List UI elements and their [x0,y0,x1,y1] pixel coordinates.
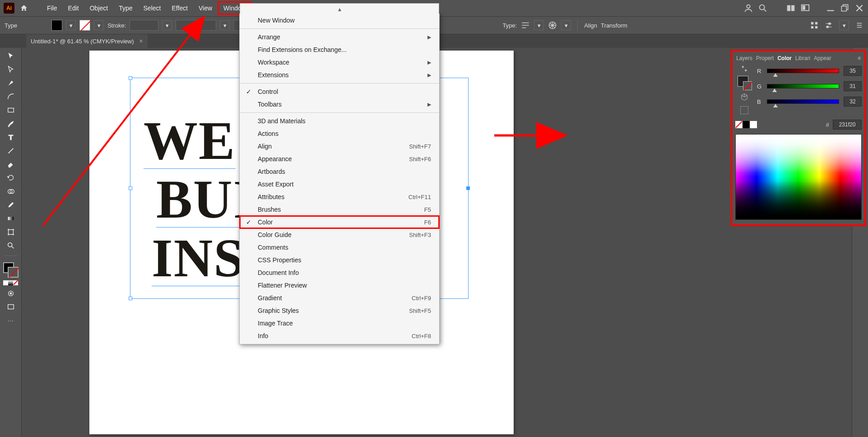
document-tab[interactable]: Untitled-1* @ 61.45 % (CMYK/Preview) × [26,34,148,48]
menu-item-flattener-preview[interactable]: Flattener Preview [240,279,439,292]
shape-builder-tool[interactable] [4,186,18,197]
panel-tab-layers[interactable]: Layers [736,55,752,61]
cube-icon[interactable] [740,93,748,102]
restore-icon[interactable] [840,3,850,13]
panel-fill-stroke-swatch[interactable] [738,76,751,89]
menu-item-color-guide[interactable]: Color GuideShift+F3 [240,228,439,241]
fill-dropdown[interactable]: ▾ [66,20,76,30]
pref-icon[interactable] [825,21,833,29]
menu-item-info[interactable]: InfoCtrl+F8 [240,330,439,342]
list-icon[interactable] [855,21,863,29]
menu-item-attributes[interactable]: AttributesCtrl+F11 [240,191,439,203]
menu-item-control[interactable]: ✓Control [240,85,439,98]
direct-selection-tool[interactable] [4,64,18,75]
stroke-weight-dd[interactable]: ▾ [162,20,172,30]
menu-item-document-info[interactable]: Document Info [240,266,439,279]
panel-tab-appear[interactable]: Appear [814,55,831,61]
menu-edit[interactable]: Edit [63,2,84,14]
paragraph-dd[interactable]: ▾ [534,20,544,30]
fill-stroke-swatch[interactable] [3,262,19,278]
menu-item-color[interactable]: ✓ColorF6 [240,216,439,228]
color-mode-row[interactable] [3,280,18,285]
arrange-docs-icon[interactable] [786,3,796,13]
b-slider[interactable] [767,99,839,104]
menu-item-comments[interactable]: Comments [240,241,439,254]
none-black-white-swatches[interactable] [735,121,757,128]
align-label[interactable]: Align [584,22,597,29]
paintbrush-tool[interactable] [4,118,18,129]
selection-tool[interactable] [4,51,18,61]
r-slider[interactable] [767,69,839,73]
menu-file[interactable]: File [42,2,63,14]
g-value[interactable]: 31 [844,81,862,91]
panel-tab-librari[interactable]: Librari [795,55,810,61]
edit-toolbar[interactable]: ⋯ [4,315,18,326]
panel-menu-icon[interactable]: ≡ [858,55,861,61]
panel-tab-propert[interactable]: Propert [756,55,774,61]
draw-mode-tool[interactable] [4,288,18,299]
gradient-tool[interactable] [4,213,18,224]
snap-icon[interactable] [810,21,818,29]
grid-dd[interactable]: ▾ [561,20,571,30]
menu-type[interactable]: Type [113,2,138,14]
swap-swatches-icon[interactable] [741,65,748,72]
panel-tab-color[interactable]: Color [777,55,791,61]
menu-object[interactable]: Object [84,2,113,14]
menu-item-brushes[interactable]: BrushesF5 [240,203,439,216]
menu-item-gradient[interactable]: GradientCtrl+F9 [240,292,439,304]
menu-item-image-trace[interactable]: Image Trace [240,317,439,330]
menu-item-align[interactable]: AlignShift+F7 [240,140,439,153]
pref-dd[interactable]: ▾ [839,20,849,30]
menu-view[interactable]: View [193,2,218,14]
menu-item-extensions[interactable]: Extensions▶ [240,69,439,81]
menu-item-arrange[interactable]: Arrange▶ [240,31,439,43]
menu-item-appearance[interactable]: AppearanceShift+F6 [240,153,439,165]
curvature-tool[interactable] [4,91,18,102]
stroke-dropdown[interactable]: ▾ [94,20,104,30]
artboard-tool[interactable] [4,227,18,237]
pen-tool[interactable] [4,78,18,88]
hex-value[interactable]: 231f20 [833,120,862,130]
menu-item-artboards[interactable]: Artboards [240,165,439,178]
close-icon[interactable] [854,3,864,13]
menu-item-asset-export[interactable]: Asset Export [240,178,439,191]
menu-item-css-properties[interactable]: CSS Properties [240,254,439,266]
minimize-icon[interactable] [826,3,836,13]
stroke-swatch[interactable] [79,20,90,31]
brush-select[interactable] [176,20,216,31]
menu-item-workspace[interactable]: Workspace▶ [240,56,439,69]
b-value[interactable]: 32 [844,97,862,107]
stroke-weight-select[interactable] [130,20,158,31]
menu-item-actions[interactable]: Actions [240,127,439,140]
workspace-icon[interactable] [800,3,810,13]
grid-icon[interactable] [548,20,557,30]
type-tool[interactable] [4,132,18,143]
fill-swatch[interactable] [51,20,62,31]
home-icon[interactable] [20,4,28,12]
rectangle-tool[interactable] [4,105,18,116]
menu-item-graphic-styles[interactable]: Graphic StylesShift+F5 [240,304,439,317]
color-spectrum[interactable] [735,134,862,220]
menu-item-new-window[interactable]: New Window [240,14,439,27]
eraser-tool[interactable] [4,159,18,170]
menu-effect[interactable]: Effect [166,2,193,14]
menu-item-find-extensions-on-exchange-[interactable]: Find Extensions on Exchange... [240,43,439,56]
brush-dd[interactable]: ▾ [220,20,230,30]
user-icon[interactable] [743,3,753,13]
search-icon[interactable] [758,3,768,13]
text-object[interactable]: WE BUI INS [144,114,255,285]
g-slider[interactable] [767,84,839,88]
menu-item-3d-and-materials[interactable]: 3D and Materials [240,115,439,127]
menu-scroll-up-icon[interactable]: ▴ [240,3,439,14]
menu-item-toolbars[interactable]: Toolbars▶ [240,98,439,111]
menu-select[interactable]: Select [138,2,167,14]
screen-mode-tool[interactable] [4,302,18,312]
close-tab-icon[interactable]: × [139,37,143,45]
eyedropper-tool[interactable] [4,200,18,210]
zoom-tool[interactable] [4,240,18,251]
transform-label[interactable]: Transform [601,22,627,29]
rotate-tool[interactable] [4,172,18,183]
line-tool[interactable] [4,145,18,156]
out-of-gamut-swatch[interactable] [740,106,748,114]
paragraph-icon[interactable] [520,20,530,30]
